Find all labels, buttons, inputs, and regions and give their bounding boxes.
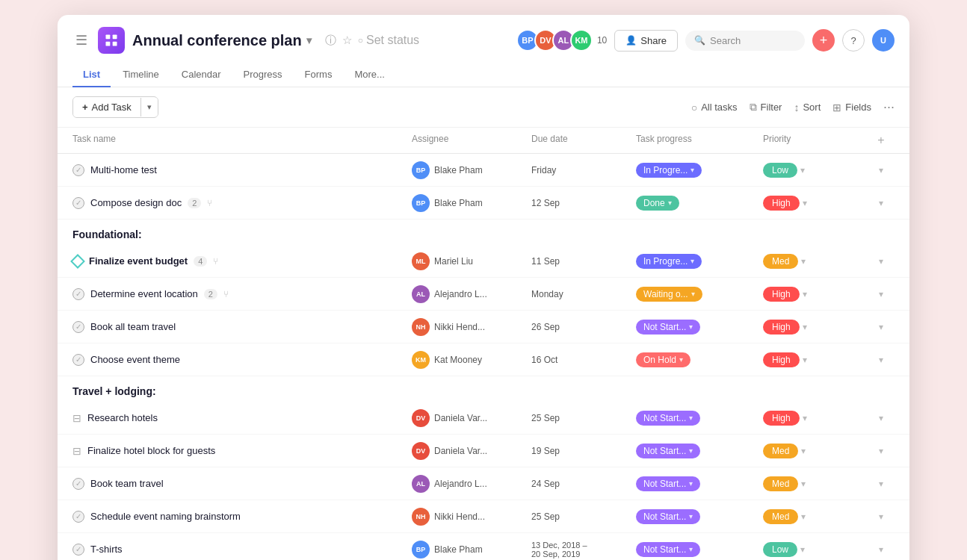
tab-progress[interactable]: Progress — [233, 63, 293, 87]
search-box[interactable]: 🔍 Search — [685, 31, 805, 51]
row-caret[interactable]: ▾ — [803, 322, 807, 332]
check-icon[interactable] — [72, 478, 84, 490]
subtask-badge[interactable]: 4 — [194, 256, 207, 267]
project-title-text: Annual conference plan — [132, 32, 302, 49]
add-task-main[interactable]: Add Task — [73, 97, 140, 117]
row-expand[interactable]: ▾ — [868, 413, 895, 423]
priority-cell: Med ▾ — [763, 444, 868, 458]
tab-more[interactable]: More... — [344, 63, 395, 87]
row-expand[interactable]: ▾ — [868, 511, 895, 522]
diamond-icon — [70, 254, 85, 269]
row-expand[interactable]: ▾ — [868, 355, 895, 365]
row-expand[interactable]: ▾ — [868, 165, 895, 175]
subtask-badge[interactable]: 2 — [188, 198, 201, 208]
help-button[interactable]: ? — [842, 29, 865, 52]
progress-badge[interactable]: On Hold ▾ — [636, 352, 691, 367]
priority-badge[interactable]: High — [763, 287, 800, 302]
info-icon[interactable]: ⓘ — [325, 34, 336, 48]
assignee-avatar: AL — [412, 475, 430, 493]
progress-badge[interactable]: Not Start... ▾ — [636, 476, 700, 491]
task-name-cell: Choose event theme — [72, 354, 412, 366]
fields-button[interactable]: ⊞ Fields — [832, 102, 871, 113]
row-expand[interactable]: ▾ — [868, 198, 895, 208]
priority-badge[interactable]: High — [763, 196, 800, 211]
table-row: ⊟ Finalize hotel block for guests DV Dan… — [58, 435, 909, 467]
assignee-name: Alejandro L... — [434, 479, 487, 489]
task-name-text: Determine event location — [90, 288, 198, 299]
row-caret[interactable]: ▾ — [803, 198, 807, 208]
row-caret[interactable]: ▾ — [801, 511, 806, 522]
check-icon[interactable] — [72, 511, 84, 523]
progress-badge[interactable]: Not Start... ▾ — [636, 509, 700, 524]
priority-badge[interactable]: Low — [763, 163, 797, 178]
check-icon[interactable] — [72, 197, 84, 209]
add-task-button[interactable]: Add Task ▾ — [72, 96, 158, 118]
filter-button[interactable]: ⧉ Filter — [750, 101, 782, 113]
priority-badge[interactable]: High — [763, 411, 800, 426]
priority-badge[interactable]: Low — [763, 542, 797, 557]
row-expand[interactable]: ▾ — [868, 289, 895, 299]
progress-badge[interactable]: Not Start... ▾ — [636, 411, 700, 426]
add-column-button[interactable]: + — [868, 134, 895, 147]
assignee-avatar: NH — [412, 508, 430, 526]
priority-badge[interactable]: Med — [763, 254, 798, 269]
row-expand[interactable]: ▾ — [868, 322, 895, 332]
priority-badge[interactable]: High — [763, 352, 800, 367]
star-icon[interactable]: ☆ — [342, 34, 352, 47]
menu-icon[interactable]: ☰ — [72, 29, 90, 52]
progress-badge[interactable]: In Progre... ▾ — [636, 163, 702, 178]
row-caret[interactable]: ▾ — [801, 479, 806, 489]
progress-badge[interactable]: Not Start... ▾ — [636, 444, 700, 458]
row-caret[interactable]: ▾ — [803, 413, 807, 423]
progress-badge[interactable]: Waiting o... ▾ — [636, 287, 702, 302]
project-title-caret[interactable]: ▾ — [306, 34, 312, 46]
row-expand[interactable]: ▾ — [868, 446, 895, 456]
progress-badge[interactable]: Not Start... ▾ — [636, 320, 700, 335]
check-icon[interactable] — [72, 321, 84, 333]
priority-badge[interactable]: High — [763, 320, 800, 335]
due-date-cell: 16 Oct — [531, 355, 636, 365]
check-icon[interactable] — [72, 164, 84, 176]
row-expand[interactable]: ▾ — [868, 544, 895, 555]
progress-badge[interactable]: In Progre... ▾ — [636, 254, 702, 269]
sort-button[interactable]: ↕ Sort — [794, 102, 821, 113]
row-caret[interactable]: ▾ — [800, 544, 805, 555]
priority-badge[interactable]: Med — [763, 444, 798, 458]
row-caret[interactable]: ▾ — [803, 289, 807, 299]
priority-cell: Med ▾ — [763, 509, 868, 524]
row-caret[interactable]: ▾ — [803, 355, 807, 365]
tab-forms[interactable]: Forms — [294, 63, 343, 87]
assignee-avatar: ML — [412, 252, 430, 270]
add-task-dropdown[interactable]: ▾ — [140, 98, 158, 116]
fields-icon: ⊞ — [832, 102, 841, 113]
due-date-cell: 11 Sep — [531, 256, 636, 267]
priority-badge[interactable]: Med — [763, 476, 798, 491]
add-button[interactable]: + — [812, 29, 835, 52]
share-button[interactable]: Share — [614, 30, 678, 52]
check-icon[interactable] — [72, 354, 84, 366]
set-status-button[interactable]: Set status — [358, 34, 419, 47]
toolbar-more-button[interactable]: ··· — [883, 99, 895, 115]
assignee-avatar: DV — [412, 442, 430, 460]
all-tasks-button[interactable]: ○ All tasks — [691, 102, 738, 113]
row-caret[interactable]: ▾ — [800, 165, 805, 175]
row-expand[interactable]: ▾ — [868, 256, 895, 267]
check-icon[interactable] — [72, 544, 84, 556]
priority-badge[interactable]: Med — [763, 509, 798, 524]
row-expand[interactable]: ▾ — [868, 479, 895, 489]
progress-badge[interactable]: Done ▾ — [636, 196, 679, 211]
task-name-text: Finalize event budget — [89, 255, 188, 267]
check-icon[interactable] — [72, 288, 84, 300]
assignee-cell: NH Nikki Hend... — [412, 318, 531, 336]
row-caret[interactable]: ▾ — [801, 256, 806, 267]
tab-calendar[interactable]: Calendar — [171, 63, 232, 87]
tab-timeline[interactable]: Timeline — [112, 63, 170, 87]
tab-list[interactable]: List — [72, 63, 111, 87]
task-name-text: Book team travel — [90, 478, 164, 489]
progress-badge[interactable]: Not Start... ▾ — [636, 542, 700, 557]
table-row: Multi-home test BP Blake Pham Friday In … — [58, 154, 909, 187]
row-caret[interactable]: ▾ — [801, 446, 806, 456]
user-avatar[interactable]: U — [872, 29, 895, 52]
col-task-progress: Task progress — [636, 134, 763, 147]
subtask-badge[interactable]: 2 — [204, 289, 217, 299]
